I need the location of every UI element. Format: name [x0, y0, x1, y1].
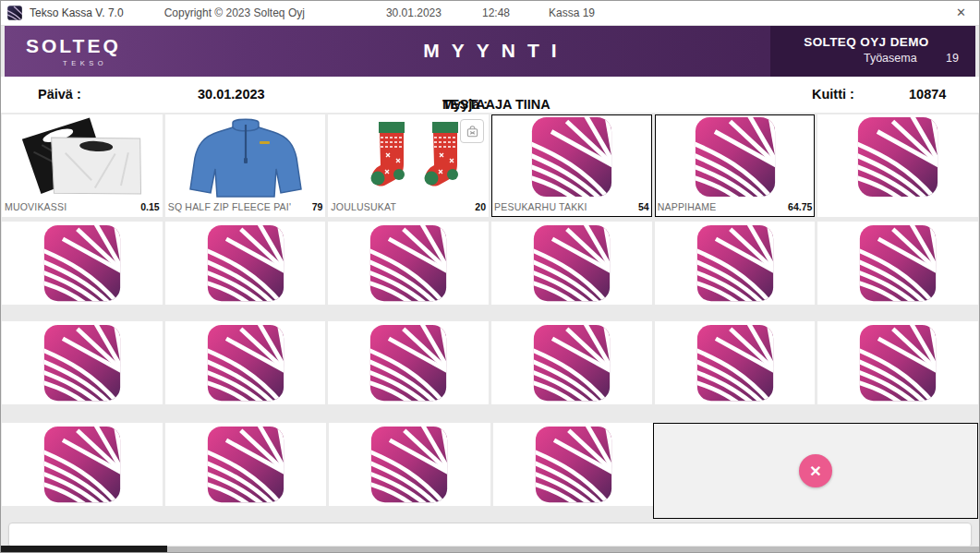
titlebar: Tekso Kassa V. 7.0 Copyright © 2023 Solt…: [1, 1, 979, 26]
solteq-logo-icon: [165, 222, 326, 305]
product-label: NAPPIHAME 64.75: [655, 198, 816, 217]
date-label: Päivä :: [38, 87, 81, 102]
product-grid-row: [1, 222, 979, 305]
window-title: Tekso Kassa V. 7.0: [30, 6, 124, 19]
solteq-logo-icon: [328, 321, 489, 404]
panel-close-button[interactable]: ✕: [799, 454, 832, 487]
product-tile[interactable]: [329, 423, 490, 506]
solteq-logo-icon: [655, 222, 816, 305]
product-tile[interactable]: [817, 114, 978, 217]
product-label: [817, 198, 978, 217]
garment-bag-badge-icon: [460, 119, 484, 143]
product-grid: MUOVIKASSI 0.15 SQ HALF ZIP FLEECE PAI' …: [1, 113, 979, 552]
receipt-label: Kuitti :: [812, 87, 854, 102]
product-tile[interactable]: [491, 222, 652, 305]
solteq-logo-icon: [817, 321, 978, 404]
workstation-value: 19: [946, 52, 959, 65]
window-close-icon[interactable]: ✕: [956, 5, 966, 20]
product-name: SQ HALF ZIP FLEECE PAI': [168, 201, 291, 212]
product-tile[interactable]: [2, 423, 163, 506]
product-image-fleece: [165, 114, 326, 198]
product-name: MUOVIKASSI: [5, 201, 67, 212]
product-tile[interactable]: [2, 321, 163, 404]
solteq-logo-icon: [491, 222, 652, 305]
product-name: NAPPIHAME: [658, 201, 717, 212]
product-price: 79: [312, 201, 323, 212]
product-image-bags: [2, 114, 163, 198]
date-value: 30.01.2023: [198, 87, 265, 102]
solteq-logo-icon: [2, 423, 163, 506]
product-price: 54: [638, 201, 649, 212]
solteq-logo-icon: [2, 321, 163, 404]
sales-header: SOLTEQ TEKSO MYYNTI SOLTEQ OYJ DEMO Työa…: [5, 26, 975, 77]
product-tile-muovikassi[interactable]: MUOVIKASSI 0.15: [2, 114, 163, 217]
copyright-text: Copyright © 2023 Solteq Oyj: [164, 6, 305, 19]
solteq-logo-icon: [491, 114, 652, 198]
bottom-input-bar[interactable]: [8, 523, 972, 547]
product-tile-pesukarhu-takki[interactable]: PESUKARHU TAKKI 54: [491, 114, 652, 217]
product-grid-row: [1, 321, 979, 404]
solteq-app-icon: [7, 6, 22, 20]
workstation-row: Työasema 19: [770, 52, 959, 65]
info-panel: ✕: [653, 423, 978, 519]
product-label: MUOVIKASSI 0.15: [2, 198, 163, 217]
product-tile-joulusukat[interactable]: JOULUSUKAT 20: [328, 114, 489, 217]
taskbar-strip-dark: [1, 546, 167, 552]
solteq-logo-icon: [2, 222, 163, 305]
receipt-infobar: Päivä : 30.01.2023 Myyjä : TESTAAJA TIIN…: [1, 77, 979, 113]
solteq-logo-icon: [817, 114, 978, 198]
solteq-logo-icon: [329, 423, 490, 506]
product-label: PESUKARHU TAKKI 54: [491, 198, 652, 217]
product-tile[interactable]: [328, 321, 489, 404]
solteq-logo-icon: [491, 321, 652, 404]
product-tile[interactable]: [2, 222, 163, 305]
product-tile[interactable]: [493, 423, 654, 506]
receipt-number: 10874: [909, 87, 946, 102]
product-label: SQ HALF ZIP FLEECE PAI' 79: [165, 198, 326, 217]
solteq-logo-icon: [655, 321, 816, 404]
solteq-logo-icon: [165, 321, 326, 404]
titlebar-register: Kassa 19: [549, 6, 595, 19]
product-tile[interactable]: [817, 222, 978, 305]
product-tile[interactable]: [655, 321, 816, 404]
product-name: PESUKARHU TAKKI: [494, 201, 587, 212]
product-price: 20: [475, 201, 486, 212]
product-tile[interactable]: [165, 321, 326, 404]
taskbar-strip-light: [167, 546, 979, 552]
titlebar-time: 12:48: [482, 6, 510, 19]
solteq-logo-icon: [165, 423, 326, 506]
titlebar-date: 30.01.2023: [386, 6, 442, 19]
product-tile[interactable]: [491, 321, 652, 404]
seller-value: TESTAAJA TIINA: [442, 97, 550, 112]
app-window: Tekso Kassa V. 7.0 Copyright © 2023 Solt…: [0, 0, 980, 553]
solteq-logo-icon: [328, 222, 489, 305]
product-tile-sq-half-zip-fleece-pai[interactable]: SQ HALF ZIP FLEECE PAI' 79: [165, 114, 326, 217]
product-price: 64.75: [788, 201, 812, 212]
solteq-logo-icon: [817, 222, 978, 305]
workstation-label: Työasema: [864, 52, 917, 65]
product-label: JOULUSUKAT 20: [328, 198, 489, 217]
product-name: JOULUSUKAT: [331, 201, 396, 212]
product-tile[interactable]: [817, 321, 978, 404]
store-name: SOLTEQ OYJ DEMO: [770, 35, 962, 49]
product-tile[interactable]: [165, 423, 326, 506]
product-price: 0.15: [140, 201, 159, 212]
solteq-logo-icon: [493, 423, 654, 506]
product-grid-row: MUOVIKASSI 0.15 SQ HALF ZIP FLEECE PAI' …: [1, 114, 979, 217]
solteq-logo-icon: [655, 114, 816, 198]
store-info-box: SOLTEQ OYJ DEMO Työasema 19: [770, 26, 975, 77]
product-tile[interactable]: [165, 222, 326, 305]
product-tile[interactable]: [655, 222, 816, 305]
product-tile[interactable]: [328, 222, 489, 305]
product-tile-nappihame[interactable]: NAPPIHAME 64.75: [655, 114, 816, 217]
